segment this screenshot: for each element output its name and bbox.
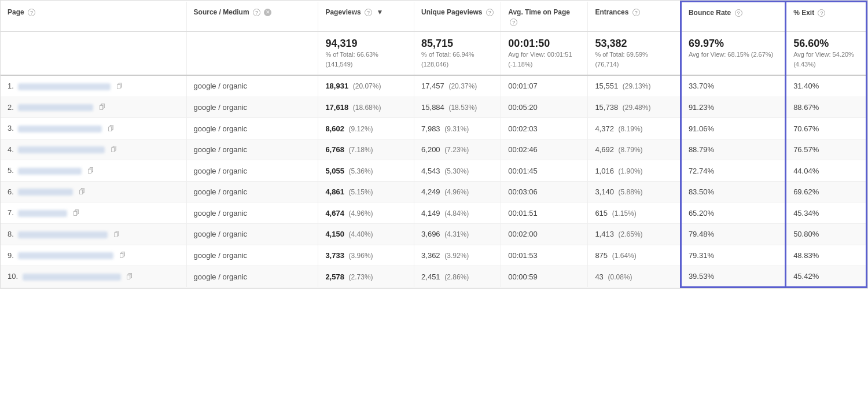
- entrances-pct: (1.64%): [612, 252, 637, 260]
- cell-page: 3. 🗍: [1, 118, 186, 139]
- cell-exit: 88.67%: [786, 97, 867, 118]
- avgtime-value: 00:03:06: [508, 187, 538, 196]
- pageviews-pct: (3.96%): [349, 252, 373, 260]
- page-url-blur: [18, 126, 102, 132]
- copy-icon[interactable]: 🗍: [108, 125, 116, 133]
- copy-icon[interactable]: 🗍: [73, 209, 81, 218]
- copy-icon[interactable]: 🗍: [87, 167, 95, 175]
- exit-value: 50.80%: [793, 230, 819, 238]
- totals-exit: 56.60% Avg for View: 54.20% (4.43%): [786, 32, 867, 76]
- pageviews-main: 4,150: [325, 230, 344, 238]
- cell-pageviews: 2,578 (2.73%): [318, 266, 414, 288]
- exit-value: 69.62%: [793, 187, 819, 196]
- cell-avgtime: 00:05:20: [501, 97, 588, 118]
- cell-avgtime: 00:00:59: [501, 266, 588, 288]
- cell-bounce: 79.31%: [681, 245, 785, 266]
- table-row: 3. 🗍 google / organic 8,602 (9.12%) 7,98…: [1, 118, 867, 139]
- cell-avgtime: 00:01:51: [501, 202, 588, 224]
- avgtime-help-icon[interactable]: ?: [510, 19, 517, 26]
- copy-icon[interactable]: 🗍: [113, 231, 122, 239]
- page-url-blur: [23, 274, 121, 281]
- cell-entrances: 875 (1.64%): [588, 245, 681, 266]
- cell-source: google / organic: [186, 118, 318, 139]
- entrances-main: 1,016: [595, 167, 614, 175]
- exit-value: 70.67%: [793, 124, 819, 133]
- avgtime-value: 00:01:45: [508, 167, 538, 175]
- column-header-pageviews: Pageviews ? ▼: [318, 2, 414, 32]
- copy-icon[interactable]: 🗍: [79, 188, 87, 196]
- source-value: google / organic: [194, 103, 248, 112]
- totals-page: [1, 32, 186, 76]
- exit-help-icon[interactable]: ?: [818, 9, 825, 17]
- cell-page: 10. 🗍: [1, 266, 186, 288]
- row-number: 6.: [8, 187, 14, 196]
- cell-page: 9. 🗍: [1, 245, 186, 266]
- table-row: 8. 🗍 google / organic 4,150 (4.40%) 3,69…: [1, 224, 867, 245]
- page-url-blur: [18, 104, 93, 111]
- page-url-blur: [18, 189, 73, 196]
- cell-avgtime: 00:01:45: [501, 160, 588, 182]
- pageviews-help-icon[interactable]: ?: [365, 9, 372, 16]
- cell-pageviews: 17,618 (18.68%): [318, 97, 414, 118]
- unique-help-icon[interactable]: ?: [486, 9, 494, 16]
- page-url-blur: [18, 252, 113, 259]
- cell-pageviews: 8,602 (9.12%): [318, 118, 414, 139]
- cell-page: 7. 🗍: [1, 202, 186, 224]
- cell-avgtime: 00:02:46: [501, 139, 588, 160]
- bounce-value: 33.70%: [689, 82, 714, 90]
- entrances-help-icon[interactable]: ?: [632, 9, 640, 16]
- cell-exit: 76.57%: [786, 139, 867, 160]
- source-value: google / organic: [194, 167, 248, 175]
- source-value: google / organic: [194, 209, 248, 218]
- bounce-value: 79.31%: [689, 251, 714, 260]
- copy-icon[interactable]: 🗍: [119, 252, 127, 260]
- cell-exit: 50.80%: [786, 224, 867, 245]
- unique-main: 2,451: [421, 272, 440, 281]
- bounce-value: 79.48%: [689, 230, 714, 238]
- cell-avgtime: 00:01:07: [501, 75, 588, 97]
- cell-exit: 44.04%: [786, 160, 867, 182]
- copy-icon[interactable]: 🗍: [111, 146, 119, 154]
- cell-exit: 69.62%: [786, 181, 867, 202]
- entrances-main: 43: [595, 272, 603, 281]
- table-row: 1. 🗍 google / organic 18,931 (20.07%) 17…: [1, 75, 867, 97]
- pageviews-pct: (2.73%): [349, 273, 373, 281]
- page-url-blur: [18, 168, 82, 175]
- cell-unique: 4,149 (4.84%): [414, 202, 501, 224]
- pageviews-pct: (7.18%): [349, 146, 373, 154]
- pageviews-main: 8,602: [325, 124, 344, 133]
- table-row: 2. 🗍 google / organic 17,618 (18.68%) 15…: [1, 97, 867, 118]
- entrances-pct: (1.90%): [619, 167, 643, 175]
- cell-page: 8. 🗍: [1, 224, 186, 245]
- source-help-icon[interactable]: ?: [253, 9, 260, 16]
- pageviews-pct: (20.07%): [353, 82, 381, 90]
- cell-unique: 6,200 (7.23%): [414, 139, 501, 160]
- copy-icon[interactable]: 🗍: [116, 83, 124, 91]
- bounce-help-icon[interactable]: ?: [735, 9, 742, 17]
- cell-bounce: 91.23%: [681, 97, 785, 118]
- exit-value: 31.40%: [793, 82, 819, 90]
- cell-bounce: 88.79%: [681, 139, 785, 160]
- cell-entrances: 4,692 (8.79%): [588, 139, 681, 160]
- table-row: 7. 🗍 google / organic 4,674 (4.96%) 4,14…: [1, 202, 867, 224]
- avgtime-value: 00:02:03: [508, 124, 538, 133]
- source-value: google / organic: [194, 82, 248, 90]
- column-header-exit: % Exit ?: [786, 2, 867, 32]
- pageviews-main: 4,674: [325, 209, 344, 218]
- pageviews-pct: (4.40%): [349, 230, 373, 238]
- bounce-value: 65.20%: [689, 209, 714, 218]
- page-help-icon[interactable]: ?: [28, 9, 35, 16]
- source-close-icon[interactable]: ✕: [264, 9, 271, 16]
- cell-pageviews: 5,055 (5.36%): [318, 160, 414, 182]
- copy-icon[interactable]: 🗍: [99, 104, 107, 112]
- exit-value: 48.83%: [793, 251, 819, 260]
- copy-icon[interactable]: 🗍: [126, 273, 134, 281]
- entrances-main: 4,372: [595, 124, 614, 133]
- cell-entrances: 1,413 (2.65%): [588, 224, 681, 245]
- cell-pageviews: 6,768 (7.18%): [318, 139, 414, 160]
- pageviews-main: 3,733: [325, 251, 344, 260]
- pageviews-sort-icon[interactable]: ▼: [376, 8, 383, 17]
- cell-avgtime: 00:01:53: [501, 245, 588, 266]
- row-number: 2.: [8, 103, 14, 112]
- unique-pct: (2.86%): [444, 273, 469, 281]
